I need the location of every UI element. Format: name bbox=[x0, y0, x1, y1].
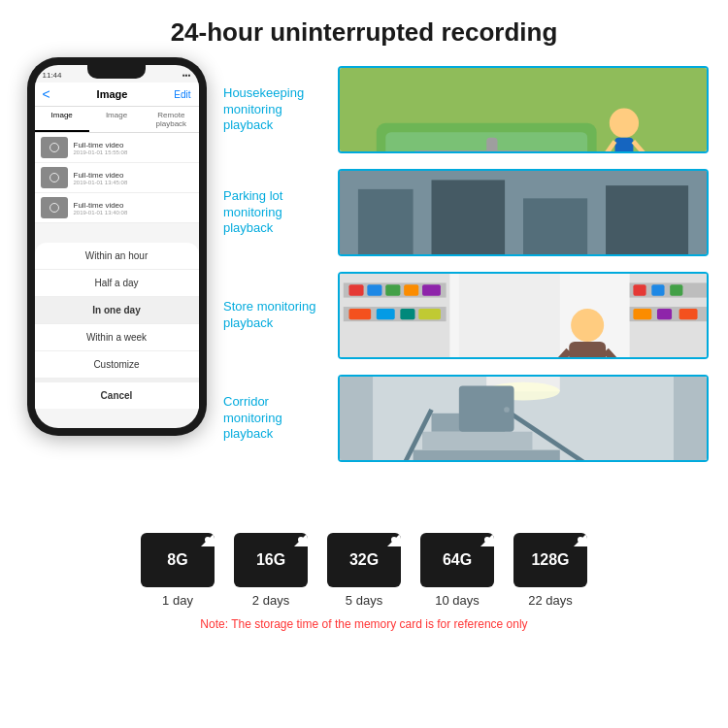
main-content: 11:44 ▪▪▪ < Image Edit Image Image Remot… bbox=[0, 57, 728, 523]
svg-rect-37 bbox=[358, 189, 414, 256]
monitoring-row-corridor: Corridor monitoring playback bbox=[223, 370, 709, 467]
svg-point-55 bbox=[571, 309, 604, 342]
svg-rect-40 bbox=[606, 185, 688, 256]
svg-rect-52 bbox=[377, 309, 395, 319]
dropdown-item-within-hour[interactable]: Within an hour bbox=[35, 243, 199, 270]
phone-notch bbox=[87, 65, 146, 79]
sdcard-icon-128g: 128G bbox=[513, 533, 587, 587]
svg-rect-84 bbox=[340, 377, 373, 462]
dropdown-cancel-button[interactable]: Cancel bbox=[35, 379, 199, 409]
sdcard-size-16g: 16G bbox=[256, 551, 285, 569]
monitoring-image-parking bbox=[338, 169, 709, 256]
back-button[interactable]: < bbox=[43, 86, 50, 102]
svg-rect-65 bbox=[670, 284, 682, 295]
svg-rect-69 bbox=[679, 309, 698, 319]
svg-point-87 bbox=[504, 407, 510, 413]
phone-nav-bar: < Image Edit bbox=[35, 83, 199, 107]
monitoring-label-store: Store monitoring playback bbox=[223, 299, 330, 332]
scene-store-svg bbox=[340, 274, 707, 359]
sdcard-days-8g: 1 day bbox=[162, 593, 193, 608]
item-title: Full-time video bbox=[74, 201, 128, 210]
sdcard-item-8g: 8G 1 day bbox=[141, 533, 215, 608]
list-item: Full-time video 2019-01-01 13:45:08 bbox=[35, 163, 199, 193]
svg-rect-39 bbox=[523, 198, 587, 256]
sdcard-icon-64g: 64G bbox=[420, 533, 494, 587]
sdcard-icon-16g: 16G bbox=[234, 533, 308, 587]
phone-section: 11:44 ▪▪▪ < Image Edit Image Image Remot… bbox=[19, 57, 214, 523]
time-filter-dropdown: Within an hour Half a day In one day Wit… bbox=[35, 243, 199, 409]
monitoring-label-text: Housekeeping monitoring playback bbox=[223, 85, 330, 135]
monitoring-row-housekeeping: Housekeeping monitoring playback bbox=[223, 61, 709, 158]
monitoring-label-parking: Parking lot monitoring playback bbox=[223, 188, 330, 238]
item-date: 2019-01-01 13:40:08 bbox=[74, 210, 128, 215]
svg-rect-4 bbox=[414, 150, 542, 153]
status-icons: ▪▪▪ bbox=[182, 71, 191, 80]
svg-rect-46 bbox=[367, 284, 381, 295]
tab-remote-playback[interactable]: Remote playback bbox=[144, 107, 198, 132]
svg-rect-43 bbox=[459, 274, 560, 359]
item-text: Full-time video 2019-01-01 13:40:08 bbox=[74, 201, 128, 215]
sdcard-notch bbox=[205, 537, 211, 543]
svg-rect-80 bbox=[422, 432, 532, 450]
svg-rect-54 bbox=[418, 309, 441, 319]
list-item: Full-time video 2019-01-01 13:40:08 bbox=[35, 193, 199, 223]
phone-mockup: 11:44 ▪▪▪ < Image Edit Image Image Remot… bbox=[27, 57, 207, 436]
edit-button[interactable]: Edit bbox=[174, 89, 190, 100]
svg-rect-67 bbox=[633, 309, 651, 319]
item-text: Full-time video 2019-01-01 15:55:08 bbox=[74, 141, 128, 155]
svg-rect-63 bbox=[633, 284, 645, 295]
scene-parking-svg bbox=[340, 171, 707, 256]
sdcard-size-8g: 8G bbox=[167, 551, 187, 569]
page-header: 24-hour uninterrupted recording bbox=[0, 0, 728, 57]
monitoring-row-parking: Parking lot monitoring playback bbox=[223, 164, 709, 261]
sdcard-row: 8G 1 day 16G 2 days 32G 5 days 64G 10 da… bbox=[141, 533, 587, 608]
svg-rect-51 bbox=[348, 309, 371, 319]
dropdown-item-half-day[interactable]: Half a day bbox=[35, 270, 199, 297]
svg-rect-85 bbox=[674, 377, 707, 462]
svg-rect-48 bbox=[404, 284, 418, 295]
thumbnail bbox=[41, 137, 68, 158]
sdcard-item-32g: 32G 5 days bbox=[327, 533, 401, 608]
svg-rect-45 bbox=[348, 284, 363, 295]
list-item: Full-time video 2019-01-01 15:55:08 bbox=[35, 133, 199, 163]
sdcard-notch bbox=[578, 537, 583, 543]
monitoring-image-housekeeping bbox=[338, 66, 709, 153]
status-time: 11:44 bbox=[43, 71, 62, 80]
item-date: 2019-01-01 15:55:08 bbox=[74, 149, 128, 155]
svg-rect-53 bbox=[400, 309, 414, 319]
monitoring-label-text: Corridor monitoring playback bbox=[223, 394, 330, 444]
item-title: Full-time video bbox=[74, 171, 128, 180]
dropdown-item-one-day[interactable]: In one day bbox=[35, 297, 199, 324]
svg-rect-79 bbox=[414, 450, 560, 462]
dropdown-item-within-week[interactable]: Within a week bbox=[35, 324, 199, 351]
svg-rect-64 bbox=[651, 284, 664, 295]
monitoring-section: Housekeeping monitoring playback bbox=[223, 57, 709, 523]
page-title: 24-hour uninterrupted recording bbox=[19, 17, 709, 48]
note-text: Note: The storage time of the memory car… bbox=[200, 617, 527, 631]
phone-screen: 11:44 ▪▪▪ < Image Edit Image Image Remot… bbox=[35, 65, 199, 428]
svg-rect-7 bbox=[614, 138, 633, 153]
sdcard-item-16g: 16G 2 days bbox=[234, 533, 308, 608]
dropdown-item-customize[interactable]: Customize bbox=[35, 351, 199, 379]
thumbnail bbox=[41, 197, 68, 218]
sdcard-days-128g: 22 days bbox=[528, 593, 573, 608]
monitoring-image-store bbox=[338, 272, 709, 359]
tab-image2[interactable]: Image bbox=[89, 107, 144, 132]
sdcard-notch bbox=[298, 537, 304, 543]
sdcard-size-128g: 128G bbox=[531, 551, 569, 569]
svg-rect-38 bbox=[432, 180, 506, 256]
monitoring-label-corridor: Corridor monitoring playback bbox=[223, 394, 330, 444]
tab-image[interactable]: Image bbox=[35, 107, 89, 132]
monitoring-label-housekeeping: Housekeeping monitoring playback bbox=[223, 85, 330, 135]
monitoring-image-corridor bbox=[338, 375, 709, 462]
monitoring-row-store: Store monitoring playback bbox=[223, 267, 709, 364]
sdcard-size-64g: 64G bbox=[443, 551, 472, 569]
scene-corridor-svg bbox=[340, 377, 707, 462]
sdcard-icon-8g: 8G bbox=[141, 533, 215, 587]
sdcard-section: 8G 1 day 16G 2 days 32G 5 days 64G 10 da… bbox=[0, 523, 728, 636]
sdcard-item-128g: 128G 22 days bbox=[513, 533, 587, 608]
phone-tabs: Image Image Remote playback bbox=[35, 107, 199, 133]
nav-title: Image bbox=[97, 88, 128, 100]
monitoring-label-text: Parking lot monitoring playback bbox=[223, 188, 330, 238]
monitoring-label-text: Store monitoring playback bbox=[223, 299, 330, 332]
